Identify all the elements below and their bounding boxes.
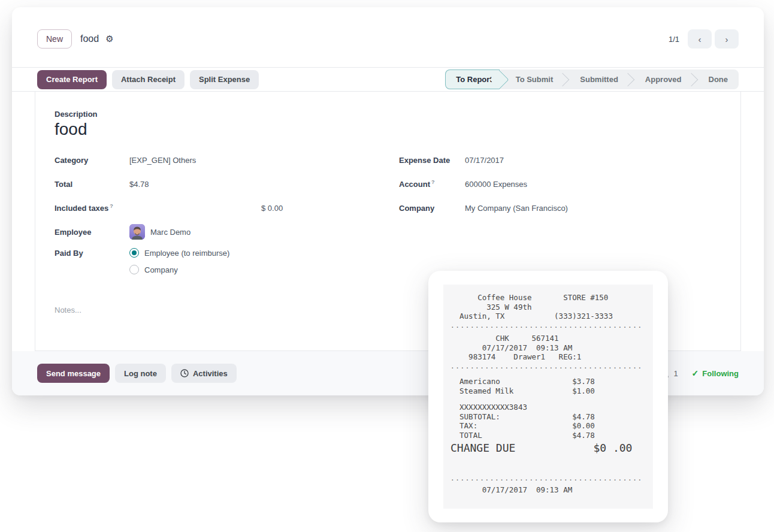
action-bar: Create Report Attach Receipt Split Expen…: [12, 67, 764, 92]
account-label: Account?: [399, 179, 465, 189]
breadcrumb-record-title: food: [80, 34, 99, 44]
field-row-paid-by: Paid By Employee (to reimburse) Company: [55, 248, 390, 282]
statusbar-step-submitted[interactable]: Submitted: [564, 69, 629, 89]
receipt-line: Coffee House STORE #150: [451, 293, 646, 303]
field-row-account: Account? 600000 Expenses: [399, 176, 722, 192]
clock-icon: [180, 369, 189, 377]
statusbar-step-done[interactable]: Done: [693, 69, 739, 89]
receipt-separator: .......................................: [451, 362, 646, 371]
new-button[interactable]: New: [37, 29, 72, 49]
receipt-image: Coffee House STORE #150 325 W 49th Austi…: [443, 285, 653, 509]
receipt-line: Austin, TX (333)321-3333: [451, 312, 646, 321]
pager-count: 1/1: [669, 35, 679, 44]
company-label: Company: [399, 204, 465, 213]
control-panel: New food ⚙ 1/1 ‹ ›: [12, 7, 764, 67]
receipt-line: TAX: $0.00: [451, 421, 646, 431]
receipt-line: CHK 567141: [451, 334, 646, 343]
category-label: Category: [55, 156, 129, 165]
log-note-button[interactable]: Log note: [115, 364, 166, 383]
help-icon[interactable]: ?: [431, 179, 435, 185]
radio-selected-icon[interactable]: [129, 248, 139, 258]
paid-by-option-employee[interactable]: Employee (to reimburse): [129, 248, 229, 258]
create-report-button[interactable]: Create Report: [37, 70, 107, 89]
field-row-company: Company My Company (San Francisco): [399, 200, 722, 216]
paid-by-option-employee-label: Employee (to reimburse): [144, 249, 229, 258]
receipt-separator: .......................................: [451, 321, 646, 331]
employee-field[interactable]: Marc Demo: [150, 228, 191, 237]
paid-by-label: Paid By: [55, 248, 129, 258]
paid-by-option-company[interactable]: Company: [129, 265, 229, 274]
expense-date-field[interactable]: 07/17/2017: [465, 156, 504, 165]
total-label: Total: [55, 180, 129, 189]
field-row-category: Category [EXP_GEN] Others: [55, 152, 390, 168]
receipt-line: Steamed Milk $1.00: [451, 386, 646, 396]
following-toggle[interactable]: ✓ Following: [692, 368, 739, 378]
category-field[interactable]: [EXP_GEN] Others: [129, 156, 196, 165]
check-icon: ✓: [692, 368, 699, 378]
receipt-line: XXXXXXXXXXX3843: [451, 403, 646, 412]
included-taxes-field[interactable]: $ 0.00: [129, 204, 283, 213]
receipt-line: 07/17/2017 09:13 AM: [451, 343, 646, 353]
help-icon[interactable]: ?: [110, 203, 113, 209]
receipt-line: 325 W 49th: [451, 303, 646, 312]
receipt-line: TOTAL $4.78: [451, 431, 646, 440]
total-field[interactable]: $4.78: [129, 180, 149, 189]
attach-receipt-button[interactable]: Attach Receipt: [112, 70, 185, 89]
send-message-button[interactable]: Send message: [37, 364, 110, 383]
pager-next-button[interactable]: ›: [715, 29, 739, 49]
field-row-included-taxes: Included taxes? $ 0.00: [55, 200, 390, 216]
included-taxes-label: Included taxes?: [55, 203, 129, 213]
statusbar-step-to-submit[interactable]: To Submit: [500, 69, 564, 89]
field-row-employee: Employee: [55, 224, 390, 240]
activities-label: Activities: [193, 369, 228, 378]
receipt-separator: .......................................: [451, 474, 646, 483]
receipt-line: Americano $3.78: [451, 377, 646, 386]
statusbar-step-approved[interactable]: Approved: [629, 69, 693, 89]
receipt-preview-card[interactable]: Coffee House STORE #150 325 W 49th Austi…: [428, 271, 668, 522]
pager: 1/1 ‹ ›: [669, 29, 739, 49]
followers-count[interactable]: 1: [673, 369, 678, 378]
receipt-line: SUBTOTAL: $4.78: [451, 412, 646, 422]
activities-button[interactable]: Activities: [171, 364, 237, 383]
split-expense-button[interactable]: Split Expense: [190, 70, 259, 89]
gear-icon[interactable]: ⚙: [105, 34, 113, 44]
radio-unselected-icon[interactable]: [129, 265, 139, 274]
company-field[interactable]: My Company (San Francisco): [465, 204, 568, 213]
receipt-line: 983174 Drawer1 REG:1: [451, 352, 646, 362]
expense-date-label: Expense Date: [399, 156, 465, 165]
following-label: Following: [702, 369, 739, 378]
field-row-total: Total $4.78: [55, 176, 390, 192]
receipt-line: 07/17/2017 09:13 AM: [451, 485, 646, 495]
pager-prev-button[interactable]: ‹: [688, 29, 712, 49]
description-label: Description: [55, 110, 722, 119]
field-row-expense-date: Expense Date 07/17/2017: [399, 152, 722, 168]
statusbar-step-to-report[interactable]: To Report: [445, 69, 499, 89]
receipt-line: [451, 395, 646, 401]
description-field[interactable]: food: [55, 120, 722, 139]
employee-label: Employee: [55, 228, 129, 237]
statusbar: To Report To Submit Submitted Approved D…: [445, 69, 739, 89]
account-field[interactable]: 600000 Expenses: [465, 180, 527, 189]
employee-avatar: [129, 224, 145, 240]
receipt-change-due-line: CHANGE DUE $0 .00: [451, 442, 646, 455]
paid-by-option-company-label: Company: [144, 265, 178, 274]
